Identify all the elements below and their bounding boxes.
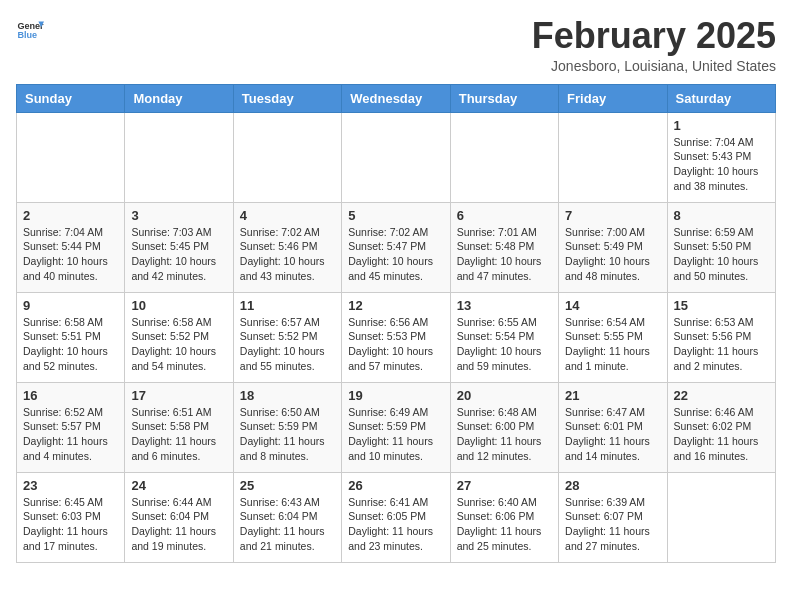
calendar-cell: 8Sunrise: 6:59 AM Sunset: 5:50 PM Daylig… — [667, 202, 775, 292]
day-info: Sunrise: 7:04 AM Sunset: 5:44 PM Dayligh… — [23, 225, 118, 284]
calendar-cell: 19Sunrise: 6:49 AM Sunset: 5:59 PM Dayli… — [342, 382, 450, 472]
day-number: 11 — [240, 298, 335, 313]
calendar-cell: 27Sunrise: 6:40 AM Sunset: 6:06 PM Dayli… — [450, 472, 558, 562]
day-info: Sunrise: 6:46 AM Sunset: 6:02 PM Dayligh… — [674, 405, 769, 464]
day-info: Sunrise: 6:51 AM Sunset: 5:58 PM Dayligh… — [131, 405, 226, 464]
day-number: 16 — [23, 388, 118, 403]
calendar-week-2: 2Sunrise: 7:04 AM Sunset: 5:44 PM Daylig… — [17, 202, 776, 292]
day-info: Sunrise: 6:39 AM Sunset: 6:07 PM Dayligh… — [565, 495, 660, 554]
calendar-cell: 11Sunrise: 6:57 AM Sunset: 5:52 PM Dayli… — [233, 292, 341, 382]
day-number: 26 — [348, 478, 443, 493]
day-info: Sunrise: 6:41 AM Sunset: 6:05 PM Dayligh… — [348, 495, 443, 554]
calendar-cell: 14Sunrise: 6:54 AM Sunset: 5:55 PM Dayli… — [559, 292, 667, 382]
day-number: 14 — [565, 298, 660, 313]
calendar-cell — [450, 112, 558, 202]
calendar-cell — [559, 112, 667, 202]
day-number: 7 — [565, 208, 660, 223]
calendar-cell: 3Sunrise: 7:03 AM Sunset: 5:45 PM Daylig… — [125, 202, 233, 292]
calendar-cell: 6Sunrise: 7:01 AM Sunset: 5:48 PM Daylig… — [450, 202, 558, 292]
logo: General Blue — [16, 16, 44, 44]
day-info: Sunrise: 6:47 AM Sunset: 6:01 PM Dayligh… — [565, 405, 660, 464]
logo-icon: General Blue — [16, 16, 44, 44]
day-info: Sunrise: 7:04 AM Sunset: 5:43 PM Dayligh… — [674, 135, 769, 194]
day-info: Sunrise: 6:48 AM Sunset: 6:00 PM Dayligh… — [457, 405, 552, 464]
day-number: 22 — [674, 388, 769, 403]
calendar-cell: 26Sunrise: 6:41 AM Sunset: 6:05 PM Dayli… — [342, 472, 450, 562]
calendar-cell: 28Sunrise: 6:39 AM Sunset: 6:07 PM Dayli… — [559, 472, 667, 562]
title-block: February 2025 Jonesboro, Louisiana, Unit… — [532, 16, 776, 74]
day-number: 24 — [131, 478, 226, 493]
weekday-header-thursday: Thursday — [450, 84, 558, 112]
calendar-week-3: 9Sunrise: 6:58 AM Sunset: 5:51 PM Daylig… — [17, 292, 776, 382]
calendar-cell: 21Sunrise: 6:47 AM Sunset: 6:01 PM Dayli… — [559, 382, 667, 472]
day-number: 21 — [565, 388, 660, 403]
day-info: Sunrise: 6:58 AM Sunset: 5:52 PM Dayligh… — [131, 315, 226, 374]
day-info: Sunrise: 6:49 AM Sunset: 5:59 PM Dayligh… — [348, 405, 443, 464]
day-number: 2 — [23, 208, 118, 223]
day-number: 12 — [348, 298, 443, 313]
day-info: Sunrise: 7:00 AM Sunset: 5:49 PM Dayligh… — [565, 225, 660, 284]
day-info: Sunrise: 6:58 AM Sunset: 5:51 PM Dayligh… — [23, 315, 118, 374]
calendar-cell: 13Sunrise: 6:55 AM Sunset: 5:54 PM Dayli… — [450, 292, 558, 382]
weekday-header-sunday: Sunday — [17, 84, 125, 112]
day-info: Sunrise: 6:54 AM Sunset: 5:55 PM Dayligh… — [565, 315, 660, 374]
calendar-cell: 22Sunrise: 6:46 AM Sunset: 6:02 PM Dayli… — [667, 382, 775, 472]
weekday-header-wednesday: Wednesday — [342, 84, 450, 112]
day-info: Sunrise: 6:52 AM Sunset: 5:57 PM Dayligh… — [23, 405, 118, 464]
weekday-header-friday: Friday — [559, 84, 667, 112]
day-number: 28 — [565, 478, 660, 493]
month-year-title: February 2025 — [532, 16, 776, 56]
calendar-cell: 4Sunrise: 7:02 AM Sunset: 5:46 PM Daylig… — [233, 202, 341, 292]
location-subtitle: Jonesboro, Louisiana, United States — [532, 58, 776, 74]
calendar-cell — [667, 472, 775, 562]
calendar-cell: 1Sunrise: 7:04 AM Sunset: 5:43 PM Daylig… — [667, 112, 775, 202]
weekday-header-monday: Monday — [125, 84, 233, 112]
day-info: Sunrise: 7:03 AM Sunset: 5:45 PM Dayligh… — [131, 225, 226, 284]
calendar-cell: 15Sunrise: 6:53 AM Sunset: 5:56 PM Dayli… — [667, 292, 775, 382]
weekday-header-tuesday: Tuesday — [233, 84, 341, 112]
day-number: 17 — [131, 388, 226, 403]
day-number: 1 — [674, 118, 769, 133]
weekday-header-row: SundayMondayTuesdayWednesdayThursdayFrid… — [17, 84, 776, 112]
calendar-cell: 25Sunrise: 6:43 AM Sunset: 6:04 PM Dayli… — [233, 472, 341, 562]
day-number: 10 — [131, 298, 226, 313]
calendar-cell: 2Sunrise: 7:04 AM Sunset: 5:44 PM Daylig… — [17, 202, 125, 292]
calendar-cell: 5Sunrise: 7:02 AM Sunset: 5:47 PM Daylig… — [342, 202, 450, 292]
calendar-cell: 18Sunrise: 6:50 AM Sunset: 5:59 PM Dayli… — [233, 382, 341, 472]
day-info: Sunrise: 6:44 AM Sunset: 6:04 PM Dayligh… — [131, 495, 226, 554]
day-info: Sunrise: 6:43 AM Sunset: 6:04 PM Dayligh… — [240, 495, 335, 554]
day-info: Sunrise: 6:50 AM Sunset: 5:59 PM Dayligh… — [240, 405, 335, 464]
calendar-cell — [17, 112, 125, 202]
day-info: Sunrise: 7:02 AM Sunset: 5:46 PM Dayligh… — [240, 225, 335, 284]
calendar-cell: 20Sunrise: 6:48 AM Sunset: 6:00 PM Dayli… — [450, 382, 558, 472]
day-info: Sunrise: 6:59 AM Sunset: 5:50 PM Dayligh… — [674, 225, 769, 284]
calendar-cell: 16Sunrise: 6:52 AM Sunset: 5:57 PM Dayli… — [17, 382, 125, 472]
day-number: 8 — [674, 208, 769, 223]
day-info: Sunrise: 6:40 AM Sunset: 6:06 PM Dayligh… — [457, 495, 552, 554]
calendar-cell: 12Sunrise: 6:56 AM Sunset: 5:53 PM Dayli… — [342, 292, 450, 382]
day-number: 23 — [23, 478, 118, 493]
calendar-cell: 7Sunrise: 7:00 AM Sunset: 5:49 PM Daylig… — [559, 202, 667, 292]
weekday-header-saturday: Saturday — [667, 84, 775, 112]
calendar-week-1: 1Sunrise: 7:04 AM Sunset: 5:43 PM Daylig… — [17, 112, 776, 202]
calendar-cell: 9Sunrise: 6:58 AM Sunset: 5:51 PM Daylig… — [17, 292, 125, 382]
calendar-cell: 23Sunrise: 6:45 AM Sunset: 6:03 PM Dayli… — [17, 472, 125, 562]
day-info: Sunrise: 7:02 AM Sunset: 5:47 PM Dayligh… — [348, 225, 443, 284]
calendar-cell — [233, 112, 341, 202]
calendar-table: SundayMondayTuesdayWednesdayThursdayFrid… — [16, 84, 776, 563]
day-number: 6 — [457, 208, 552, 223]
day-info: Sunrise: 7:01 AM Sunset: 5:48 PM Dayligh… — [457, 225, 552, 284]
calendar-cell — [342, 112, 450, 202]
svg-text:Blue: Blue — [17, 30, 37, 40]
day-number: 25 — [240, 478, 335, 493]
day-number: 13 — [457, 298, 552, 313]
day-info: Sunrise: 6:56 AM Sunset: 5:53 PM Dayligh… — [348, 315, 443, 374]
day-number: 5 — [348, 208, 443, 223]
day-info: Sunrise: 6:45 AM Sunset: 6:03 PM Dayligh… — [23, 495, 118, 554]
day-number: 18 — [240, 388, 335, 403]
calendar-cell: 17Sunrise: 6:51 AM Sunset: 5:58 PM Dayli… — [125, 382, 233, 472]
day-number: 20 — [457, 388, 552, 403]
calendar-week-4: 16Sunrise: 6:52 AM Sunset: 5:57 PM Dayli… — [17, 382, 776, 472]
day-info: Sunrise: 6:55 AM Sunset: 5:54 PM Dayligh… — [457, 315, 552, 374]
day-number: 27 — [457, 478, 552, 493]
